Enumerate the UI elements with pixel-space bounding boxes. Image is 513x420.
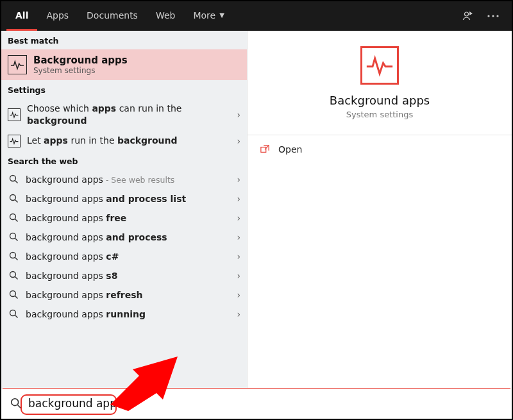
open-icon bbox=[260, 145, 269, 154]
activity-icon bbox=[8, 55, 27, 74]
feedback-icon[interactable] bbox=[462, 10, 473, 22]
chevron-right-icon: › bbox=[237, 136, 240, 146]
web-result-label: background apps and process bbox=[26, 232, 237, 242]
more-options-icon[interactable] bbox=[487, 15, 499, 17]
search-icon bbox=[8, 194, 19, 203]
settings-item-let-apps[interactable]: Let apps run in the background › bbox=[1, 131, 247, 151]
search-icon bbox=[8, 309, 19, 319]
chevron-down-icon: ▼ bbox=[219, 12, 224, 19]
section-search-web: Search the web bbox=[1, 151, 247, 170]
chevron-right-icon: › bbox=[237, 290, 240, 300]
preview-pane: Background apps System settings Open bbox=[248, 31, 512, 389]
section-settings: Settings bbox=[1, 80, 247, 99]
chevron-right-icon: › bbox=[237, 232, 240, 242]
web-result-item[interactable]: background apps and process list› bbox=[1, 189, 247, 208]
search-icon bbox=[8, 271, 19, 280]
tab-documents[interactable]: Documents bbox=[78, 1, 147, 31]
web-result-label: background apps - See web results bbox=[26, 174, 237, 185]
tab-web[interactable]: Web bbox=[147, 1, 185, 31]
tab-strip: All Apps Documents Web More ▼ bbox=[6, 1, 233, 31]
svg-point-8 bbox=[10, 253, 15, 258]
content-area: Best match Background apps System settin… bbox=[1, 31, 512, 389]
web-result-item[interactable]: background apps free› bbox=[1, 208, 247, 228]
chevron-right-icon: › bbox=[237, 110, 240, 120]
search-input[interactable] bbox=[28, 397, 510, 410]
best-match-title: Background apps bbox=[33, 55, 128, 66]
search-icon bbox=[10, 398, 22, 409]
activity-icon bbox=[8, 135, 21, 147]
open-action[interactable]: Open bbox=[248, 135, 512, 164]
chevron-right-icon: › bbox=[237, 194, 240, 204]
chevron-right-icon: › bbox=[237, 213, 240, 223]
top-tab-bar: All Apps Documents Web More ▼ bbox=[1, 1, 512, 31]
preview-activity-icon bbox=[360, 46, 399, 85]
svg-point-11 bbox=[10, 310, 15, 316]
svg-point-13 bbox=[12, 398, 19, 405]
search-bar bbox=[3, 388, 510, 417]
tab-more-label: More bbox=[193, 10, 215, 21]
svg-point-7 bbox=[10, 233, 15, 239]
search-icon bbox=[8, 213, 19, 223]
web-result-item[interactable]: background apps refresh› bbox=[1, 285, 247, 305]
svg-point-4 bbox=[10, 176, 15, 181]
svg-point-2 bbox=[492, 15, 494, 17]
activity-icon bbox=[8, 108, 21, 121]
svg-point-10 bbox=[10, 291, 15, 297]
tab-all[interactable]: All bbox=[6, 1, 37, 31]
svg-rect-12 bbox=[261, 147, 266, 153]
settings-item-choose-apps[interactable]: Choose which apps can run in the backgro… bbox=[1, 99, 247, 131]
search-icon bbox=[8, 251, 19, 261]
chevron-right-icon: › bbox=[237, 271, 240, 281]
chevron-right-icon: › bbox=[237, 309, 240, 319]
search-icon bbox=[8, 174, 19, 184]
best-match-text: Background apps System settings bbox=[33, 55, 128, 75]
best-match-result[interactable]: Background apps System settings bbox=[1, 49, 247, 80]
svg-point-1 bbox=[487, 15, 489, 17]
svg-point-5 bbox=[10, 195, 15, 201]
web-result-item[interactable]: background apps s8› bbox=[1, 266, 247, 285]
preview-title: Background apps bbox=[330, 94, 430, 107]
tab-more[interactable]: More ▼ bbox=[184, 1, 233, 31]
web-result-label: background apps refresh bbox=[26, 290, 237, 300]
svg-point-6 bbox=[10, 214, 15, 220]
settings-item-label: Choose which apps can run in the backgro… bbox=[27, 103, 231, 127]
web-result-label: background apps free bbox=[26, 213, 237, 223]
web-result-item[interactable]: background apps running› bbox=[1, 305, 247, 324]
settings-item-label: Let apps run in the background bbox=[27, 135, 231, 147]
preview-subtitle: System settings bbox=[346, 110, 413, 119]
web-result-label: background apps c# bbox=[26, 251, 237, 262]
tab-apps[interactable]: Apps bbox=[37, 1, 78, 31]
section-best-match: Best match bbox=[1, 31, 247, 49]
search-icon bbox=[8, 232, 19, 242]
web-result-item[interactable]: background apps c#› bbox=[1, 247, 247, 266]
svg-point-0 bbox=[465, 12, 469, 16]
search-icon bbox=[8, 290, 19, 299]
web-result-label: background apps running bbox=[26, 309, 237, 319]
web-result-item[interactable]: background apps - See web results› bbox=[1, 170, 247, 189]
best-match-subtitle: System settings bbox=[33, 66, 128, 75]
web-result-item[interactable]: background apps and process› bbox=[1, 228, 247, 247]
open-label: Open bbox=[278, 144, 302, 155]
svg-point-9 bbox=[10, 272, 15, 278]
web-result-label: background apps s8 bbox=[26, 271, 237, 281]
web-result-label: background apps and process list bbox=[26, 194, 237, 204]
svg-point-3 bbox=[496, 15, 498, 17]
chevron-right-icon: › bbox=[237, 251, 240, 262]
results-panel: Best match Background apps System settin… bbox=[1, 31, 248, 389]
chevron-right-icon: › bbox=[237, 174, 240, 185]
